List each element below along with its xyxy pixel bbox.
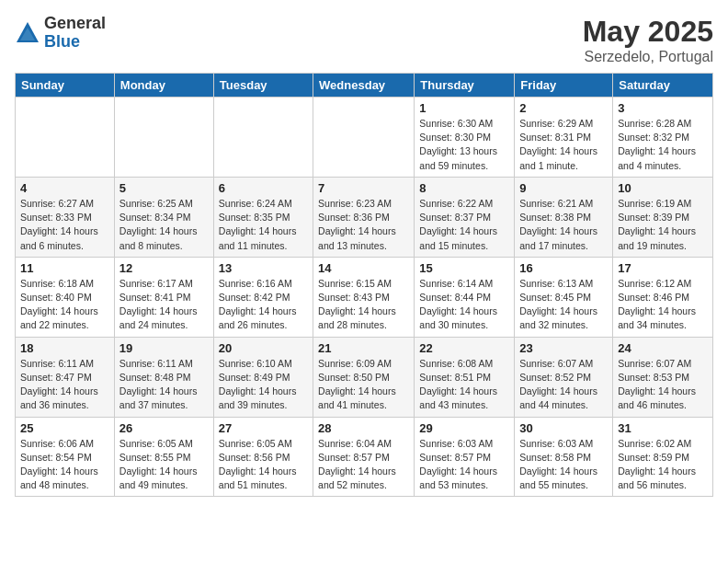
day-number: 27 (219, 421, 308, 435)
logo-general-label: General (44, 15, 106, 33)
day-info: Sunrise: 6:19 AM Sunset: 8:39 PM Dayligh… (618, 197, 708, 253)
day-info: Sunrise: 6:16 AM Sunset: 8:42 PM Dayligh… (219, 277, 308, 333)
table-row (313, 98, 415, 178)
day-number: 14 (318, 261, 409, 275)
calendar-table: Sunday Monday Tuesday Wednesday Thursday… (15, 73, 713, 497)
day-info: Sunrise: 6:05 AM Sunset: 8:56 PM Dayligh… (219, 437, 308, 493)
header-saturday: Saturday (613, 74, 713, 98)
logo: General Blue (15, 15, 106, 52)
header-tuesday: Tuesday (213, 74, 313, 98)
table-row: 18Sunrise: 6:11 AM Sunset: 8:47 PM Dayli… (16, 337, 115, 417)
day-number: 29 (419, 421, 509, 435)
day-info: Sunrise: 6:27 AM Sunset: 8:33 PM Dayligh… (20, 197, 109, 253)
day-number: 1 (419, 101, 509, 115)
logo-text: General Blue (44, 15, 106, 52)
day-number: 22 (419, 341, 509, 355)
table-row: 8Sunrise: 6:22 AM Sunset: 8:37 PM Daylig… (415, 177, 515, 257)
day-info: Sunrise: 6:07 AM Sunset: 8:53 PM Dayligh… (618, 357, 708, 413)
logo-blue-label: Blue (44, 33, 106, 52)
day-info: Sunrise: 6:08 AM Sunset: 8:51 PM Dayligh… (419, 357, 509, 413)
table-row: 1Sunrise: 6:30 AM Sunset: 8:30 PM Daylig… (415, 98, 515, 178)
calendar-week-row: 11Sunrise: 6:18 AM Sunset: 8:40 PM Dayli… (16, 257, 713, 337)
day-number: 8 (419, 181, 509, 195)
table-row: 24Sunrise: 6:07 AM Sunset: 8:53 PM Dayli… (613, 337, 713, 417)
day-number: 31 (618, 421, 708, 435)
day-info: Sunrise: 6:21 AM Sunset: 8:38 PM Dayligh… (519, 197, 608, 253)
month-title: May 2025 (583, 15, 713, 49)
table-row: 29Sunrise: 6:03 AM Sunset: 8:57 PM Dayli… (415, 417, 515, 497)
day-number: 19 (119, 341, 209, 355)
table-row: 20Sunrise: 6:10 AM Sunset: 8:49 PM Dayli… (213, 337, 313, 417)
day-number: 7 (318, 181, 409, 195)
table-row: 21Sunrise: 6:09 AM Sunset: 8:50 PM Dayli… (313, 337, 415, 417)
day-info: Sunrise: 6:22 AM Sunset: 8:37 PM Dayligh… (419, 197, 509, 253)
table-row: 5Sunrise: 6:25 AM Sunset: 8:34 PM Daylig… (114, 177, 213, 257)
day-number: 12 (119, 261, 209, 275)
day-info: Sunrise: 6:05 AM Sunset: 8:55 PM Dayligh… (119, 437, 209, 493)
weekday-header-row: Sunday Monday Tuesday Wednesday Thursday… (16, 74, 713, 98)
header-monday: Monday (114, 74, 213, 98)
calendar-week-row: 1Sunrise: 6:30 AM Sunset: 8:30 PM Daylig… (16, 98, 713, 178)
day-info: Sunrise: 6:24 AM Sunset: 8:35 PM Dayligh… (219, 197, 308, 253)
day-info: Sunrise: 6:02 AM Sunset: 8:59 PM Dayligh… (618, 437, 708, 493)
table-row (114, 98, 213, 178)
header-wednesday: Wednesday (313, 74, 415, 98)
day-number: 2 (519, 101, 608, 115)
day-info: Sunrise: 6:09 AM Sunset: 8:50 PM Dayligh… (318, 357, 409, 413)
day-info: Sunrise: 6:10 AM Sunset: 8:49 PM Dayligh… (219, 357, 308, 413)
table-row: 2Sunrise: 6:29 AM Sunset: 8:31 PM Daylig… (515, 98, 613, 178)
title-area: May 2025 Serzedelo, Portugal (583, 15, 713, 65)
location-title: Serzedelo, Portugal (583, 49, 713, 65)
day-number: 17 (618, 261, 708, 275)
table-row: 10Sunrise: 6:19 AM Sunset: 8:39 PM Dayli… (613, 177, 713, 257)
day-number: 20 (219, 341, 308, 355)
table-row: 17Sunrise: 6:12 AM Sunset: 8:46 PM Dayli… (613, 257, 713, 337)
day-info: Sunrise: 6:07 AM Sunset: 8:52 PM Dayligh… (519, 357, 608, 413)
day-info: Sunrise: 6:06 AM Sunset: 8:54 PM Dayligh… (20, 437, 109, 493)
day-number: 25 (20, 421, 109, 435)
table-row: 14Sunrise: 6:15 AM Sunset: 8:43 PM Dayli… (313, 257, 415, 337)
day-info: Sunrise: 6:14 AM Sunset: 8:44 PM Dayligh… (419, 277, 509, 333)
table-row: 4Sunrise: 6:27 AM Sunset: 8:33 PM Daylig… (16, 177, 115, 257)
day-number: 13 (219, 261, 308, 275)
day-number: 24 (618, 341, 708, 355)
day-number: 3 (618, 101, 708, 115)
day-info: Sunrise: 6:04 AM Sunset: 8:57 PM Dayligh… (318, 437, 409, 493)
table-row: 19Sunrise: 6:11 AM Sunset: 8:48 PM Dayli… (114, 337, 213, 417)
table-row: 25Sunrise: 6:06 AM Sunset: 8:54 PM Dayli… (16, 417, 115, 497)
day-number: 16 (519, 261, 608, 275)
table-row: 15Sunrise: 6:14 AM Sunset: 8:44 PM Dayli… (415, 257, 515, 337)
day-number: 9 (519, 181, 608, 195)
day-info: Sunrise: 6:13 AM Sunset: 8:45 PM Dayligh… (519, 277, 608, 333)
table-row (16, 98, 115, 178)
table-row: 26Sunrise: 6:05 AM Sunset: 8:55 PM Dayli… (114, 417, 213, 497)
table-row (213, 98, 313, 178)
day-number: 30 (519, 421, 608, 435)
table-row: 9Sunrise: 6:21 AM Sunset: 8:38 PM Daylig… (515, 177, 613, 257)
calendar-week-row: 4Sunrise: 6:27 AM Sunset: 8:33 PM Daylig… (16, 177, 713, 257)
day-info: Sunrise: 6:18 AM Sunset: 8:40 PM Dayligh… (20, 277, 109, 333)
day-number: 18 (20, 341, 109, 355)
table-row: 13Sunrise: 6:16 AM Sunset: 8:42 PM Dayli… (213, 257, 313, 337)
day-number: 4 (20, 181, 109, 195)
table-row: 27Sunrise: 6:05 AM Sunset: 8:56 PM Dayli… (213, 417, 313, 497)
day-info: Sunrise: 6:30 AM Sunset: 8:30 PM Dayligh… (419, 117, 509, 173)
day-number: 10 (618, 181, 708, 195)
header-sunday: Sunday (16, 74, 115, 98)
day-info: Sunrise: 6:17 AM Sunset: 8:41 PM Dayligh… (119, 277, 209, 333)
day-info: Sunrise: 6:25 AM Sunset: 8:34 PM Dayligh… (119, 197, 209, 253)
table-row: 3Sunrise: 6:28 AM Sunset: 8:32 PM Daylig… (613, 98, 713, 178)
table-row: 22Sunrise: 6:08 AM Sunset: 8:51 PM Dayli… (415, 337, 515, 417)
calendar-week-row: 25Sunrise: 6:06 AM Sunset: 8:54 PM Dayli… (16, 417, 713, 497)
day-number: 23 (519, 341, 608, 355)
table-row: 31Sunrise: 6:02 AM Sunset: 8:59 PM Dayli… (613, 417, 713, 497)
day-info: Sunrise: 6:03 AM Sunset: 8:57 PM Dayligh… (419, 437, 509, 493)
day-number: 21 (318, 341, 409, 355)
page-header: General Blue May 2025 Serzedelo, Portuga… (15, 15, 713, 65)
day-info: Sunrise: 6:11 AM Sunset: 8:48 PM Dayligh… (119, 357, 209, 413)
table-row: 28Sunrise: 6:04 AM Sunset: 8:57 PM Dayli… (313, 417, 415, 497)
table-row: 12Sunrise: 6:17 AM Sunset: 8:41 PM Dayli… (114, 257, 213, 337)
table-row: 16Sunrise: 6:13 AM Sunset: 8:45 PM Dayli… (515, 257, 613, 337)
day-info: Sunrise: 6:28 AM Sunset: 8:32 PM Dayligh… (618, 117, 708, 173)
day-number: 15 (419, 261, 509, 275)
